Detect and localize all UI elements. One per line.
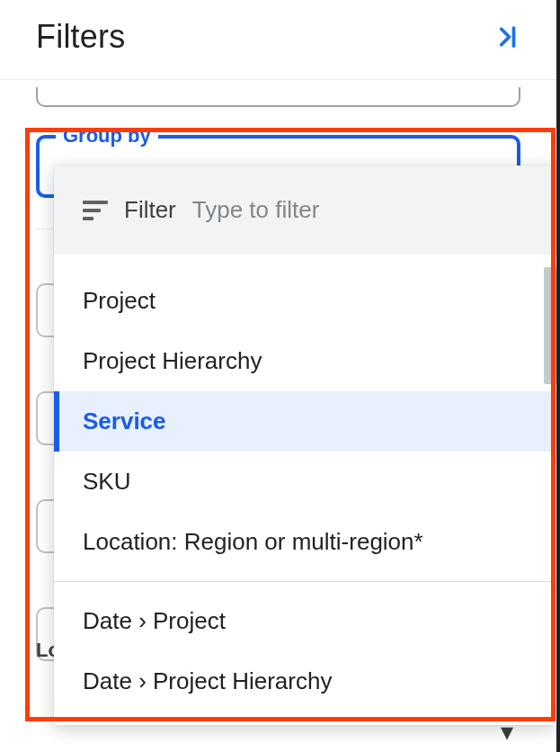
panel-header: Filters	[0, 0, 556, 79]
option-project-hierarchy[interactable]: Project Hierarchy	[54, 331, 556, 391]
group-by-dropdown: Filter Project Project Hierarchy Service…	[54, 166, 556, 725]
filters-panel: Filters Group by Locations ▾ Filter	[0, 0, 560, 752]
option-location-region[interactable]: Location: Region or multi-region*	[54, 512, 556, 572]
option-group-separator	[54, 581, 556, 582]
group-by-legend: Group by	[56, 124, 158, 148]
header-divider	[0, 79, 556, 80]
filter-icon	[83, 201, 108, 220]
panel-title: Filters	[36, 18, 125, 56]
collapse-panel-button[interactable]	[493, 23, 520, 50]
chevron-right-bar-icon	[493, 23, 520, 50]
filter-input[interactable]	[192, 196, 528, 224]
previous-filter-field-bottom	[36, 87, 520, 107]
option-date-project-hierarchy[interactable]: Date › Project Hierarchy	[54, 651, 556, 712]
option-sku[interactable]: SKU	[54, 452, 556, 512]
filter-label: Filter	[124, 196, 176, 224]
dropdown-filter-bar: Filter	[54, 166, 556, 255]
option-service[interactable]: Service	[54, 391, 556, 452]
dropdown-options-list: Project Project Hierarchy Service SKU Lo…	[54, 255, 556, 725]
option-project[interactable]: Project	[54, 271, 556, 331]
scrollbar-thumb[interactable]	[544, 267, 556, 384]
option-date-project[interactable]: Date › Project	[54, 591, 556, 651]
